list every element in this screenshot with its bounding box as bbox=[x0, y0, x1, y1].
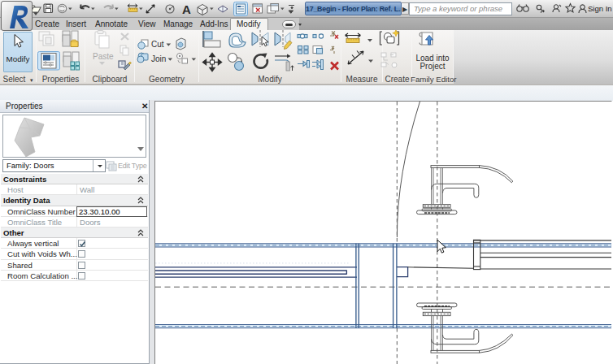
svg-text:A: A bbox=[182, 2, 191, 16]
